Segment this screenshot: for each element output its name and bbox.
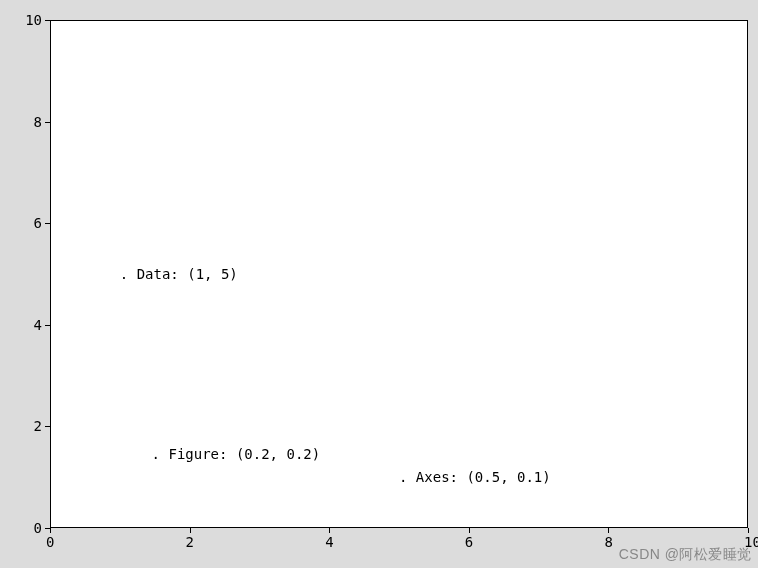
- annotation-text: . Data: (1, 5): [120, 266, 238, 282]
- y-tick-label: 8: [34, 114, 42, 130]
- y-tick-label: 0: [34, 520, 42, 536]
- y-tick-label: 6: [34, 215, 42, 231]
- x-tick-mark: [608, 528, 609, 533]
- y-tick-mark: [45, 528, 50, 529]
- x-tick-label: 2: [186, 534, 194, 550]
- x-tick-label: 4: [325, 534, 333, 550]
- watermark-text: CSDN @阿松爱睡觉: [619, 546, 752, 564]
- y-tick-mark: [45, 20, 50, 21]
- x-tick-mark: [748, 528, 749, 533]
- x-tick-label: 0: [46, 534, 54, 550]
- y-tick-mark: [45, 426, 50, 427]
- x-tick-mark: [469, 528, 470, 533]
- figure-canvas: 02468100246810 . Data: (1, 5). Figure: (…: [0, 0, 758, 568]
- x-tick-label: 8: [604, 534, 612, 550]
- annotation-text: . Figure: (0.2, 0.2): [152, 446, 321, 462]
- y-tick-mark: [45, 122, 50, 123]
- y-tick-mark: [45, 223, 50, 224]
- y-tick-mark: [45, 325, 50, 326]
- x-tick-mark: [190, 528, 191, 533]
- y-tick-label: 10: [25, 12, 42, 28]
- x-tick-label: 6: [465, 534, 473, 550]
- x-tick-mark: [50, 528, 51, 533]
- x-tick-mark: [329, 528, 330, 533]
- y-tick-label: 4: [34, 317, 42, 333]
- annotation-text: . Axes: (0.5, 0.1): [399, 469, 551, 485]
- y-tick-label: 2: [34, 418, 42, 434]
